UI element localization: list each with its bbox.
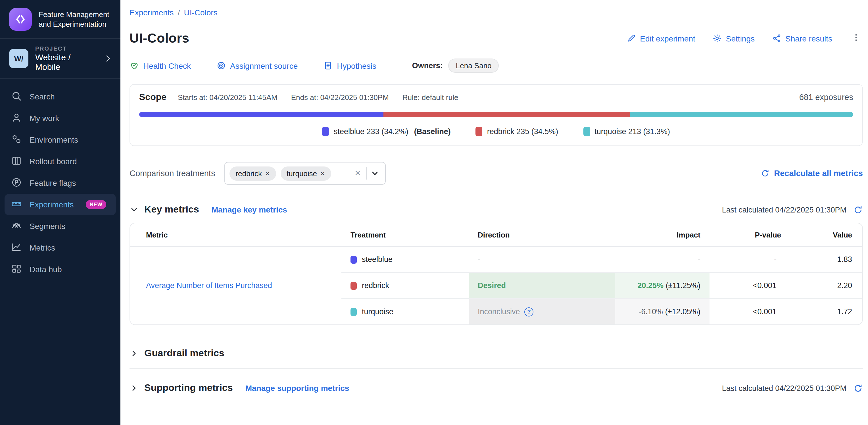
turquoise-swatch	[583, 127, 590, 136]
metric-name-link[interactable]: Average Number of Items Purchased	[146, 281, 272, 290]
main-content: Experiments/UI-Colors UI-Colors Edit exp…	[120, 0, 868, 425]
scope-starts: Starts at: 04/20/2025 11:45AM	[178, 93, 278, 101]
project-switcher[interactable]: W/ PROJECT Website / Mobile	[0, 39, 120, 79]
target-icon	[216, 61, 226, 70]
steelblue-swatch	[322, 127, 329, 136]
expand-guardrail-metrics-icon[interactable]	[129, 349, 138, 358]
pencil-icon	[626, 33, 636, 43]
legend-item-redbrick: redbrick 235 (34.5%)	[476, 127, 558, 136]
settings-button[interactable]: Settings	[712, 33, 755, 43]
refresh-supporting-metrics-icon[interactable]	[853, 383, 863, 393]
exposure-bar	[139, 112, 853, 117]
exposure-bar-segment-steelblue	[139, 112, 383, 117]
edit-experiment-button[interactable]: Edit experiment	[626, 33, 695, 43]
direction-badge-inconclusive: Inconclusive?	[469, 299, 615, 325]
supporting-last-calculated: Last calculated 04/22/2025 01:30PM	[722, 384, 846, 392]
direction-badge-desired: Desired	[469, 272, 615, 299]
guardrail-metrics-title: Guardrail metrics	[144, 348, 224, 359]
scope-title: Scope	[139, 92, 166, 102]
col-direction: Direction	[469, 223, 615, 246]
col-treatment: Treatment	[341, 223, 469, 246]
split-logo-icon	[9, 8, 32, 31]
scope-rule: Rule: default rule	[402, 93, 458, 101]
scope-card: Scope Starts at: 04/20/2025 11:45AM Ends…	[129, 84, 863, 146]
sidebar: Feature Management and Experimentation W…	[0, 0, 120, 425]
chevron-down-icon[interactable]	[370, 169, 379, 178]
owner-pill[interactable]: Lena Sano	[448, 59, 499, 73]
hypothesis-link[interactable]: Hypothesis	[323, 61, 376, 70]
app-window: Feature Management and Experimentation W…	[0, 0, 868, 425]
legend-item-steelblue: steelblue 233 (34.2%) (Baseline)	[322, 127, 451, 136]
sidebar-item-my-work[interactable]: My work	[0, 108, 120, 129]
supporting-metrics-title: Supporting metrics	[144, 383, 233, 394]
sidebar-item-feature-flags[interactable]: Feature flags	[0, 172, 120, 194]
chart-icon	[11, 241, 22, 254]
more-options-button[interactable]	[849, 31, 863, 46]
sidebar-item-segments[interactable]: Segments	[0, 215, 120, 237]
remove-chip-icon[interactable]: ×	[265, 169, 270, 178]
col-value: Value	[790, 223, 862, 246]
manage-key-metrics-link[interactable]: Manage key metrics	[212, 205, 287, 214]
breadcrumb-current[interactable]: UI-Colors	[184, 8, 217, 17]
chip-redbrick[interactable]: redbrick ×	[229, 166, 276, 180]
turquoise-swatch	[350, 308, 357, 315]
redbrick-swatch	[350, 281, 357, 290]
section-divider	[129, 368, 863, 369]
chip-turquoise[interactable]: turquoise ×	[280, 166, 331, 180]
section-divider	[129, 402, 863, 402]
grid-icon	[11, 263, 22, 276]
board-icon	[11, 155, 22, 168]
chevron-right-icon	[103, 54, 113, 63]
key-metrics-title: Key metrics	[144, 204, 199, 215]
page-title: UI-Colors	[129, 31, 189, 46]
project-badge: W/	[9, 49, 28, 68]
sidebar-item-metrics[interactable]: Metrics	[0, 237, 120, 259]
col-metric: Metric	[130, 223, 341, 246]
exposure-bar-segment-turquoise	[630, 112, 853, 117]
project-name: Website / Mobile	[35, 52, 97, 71]
sidebar-nav: Search My work Environments Rollout boar…	[0, 86, 120, 280]
clear-selection-icon[interactable]: ×	[350, 168, 365, 179]
sidebar-item-search[interactable]: Search	[0, 86, 120, 108]
owners-label: Owners:	[412, 61, 443, 70]
help-icon[interactable]: ?	[525, 307, 534, 316]
recalculate-all-metrics-button[interactable]: Recalculate all metrics	[761, 169, 863, 178]
ruler-icon	[11, 198, 22, 211]
sidebar-item-environments[interactable]: Environments	[0, 129, 120, 151]
sidebar-item-experiments[interactable]: Experiments NEW	[4, 194, 116, 215]
collapse-key-metrics-icon[interactable]	[129, 205, 138, 214]
sidebar-item-data-hub[interactable]: Data hub	[0, 259, 120, 280]
expand-supporting-metrics-icon[interactable]	[129, 384, 138, 393]
comparison-treatments-select[interactable]: redbrick × turquoise × ×	[224, 162, 385, 185]
health-check-link[interactable]: Health Check	[129, 61, 191, 70]
exposure-bar-segment-redbrick	[383, 112, 630, 117]
heart-check-icon	[129, 61, 139, 70]
assignment-source-link[interactable]: Assignment source	[216, 61, 298, 70]
key-metrics-table: Metric Treatment Direction Impact P-valu…	[130, 223, 862, 325]
share-results-button[interactable]: Share results	[772, 33, 832, 43]
new-badge: NEW	[86, 200, 106, 209]
search-icon	[11, 90, 22, 103]
col-impact: Impact	[615, 223, 710, 246]
manage-supporting-metrics-link[interactable]: Manage supporting metrics	[245, 384, 349, 393]
refresh-key-metrics-icon[interactable]	[853, 205, 863, 214]
flag-circle-icon	[11, 176, 22, 189]
exposure-legend: steelblue 233 (34.2%) (Baseline) redbric…	[139, 127, 853, 136]
key-metrics-last-calculated: Last calculated 04/22/2025 01:30PM	[722, 205, 846, 214]
redbrick-swatch	[476, 127, 483, 136]
breadcrumb: Experiments/UI-Colors	[129, 8, 863, 17]
sidebar-item-rollout-board[interactable]: Rollout board	[0, 151, 120, 172]
col-p-value: P-value	[710, 223, 790, 246]
hexagons-icon	[11, 133, 22, 146]
remove-chip-icon[interactable]: ×	[320, 169, 324, 178]
scope-ends: Ends at: 04/22/2025 01:30PM	[291, 93, 389, 101]
refresh-icon	[761, 169, 770, 178]
steelblue-swatch	[350, 255, 357, 263]
project-label: PROJECT	[35, 45, 97, 52]
app-header: Feature Management and Experimentation	[0, 0, 120, 39]
comparison-treatments-label: Comparison treatments	[129, 169, 215, 178]
key-metrics-table-card: Metric Treatment Direction Impact P-valu…	[129, 223, 863, 325]
breadcrumb-experiments[interactable]: Experiments	[129, 8, 174, 17]
gear-icon	[712, 33, 722, 43]
legend-item-turquoise: turquoise 213 (31.3%)	[583, 127, 670, 136]
